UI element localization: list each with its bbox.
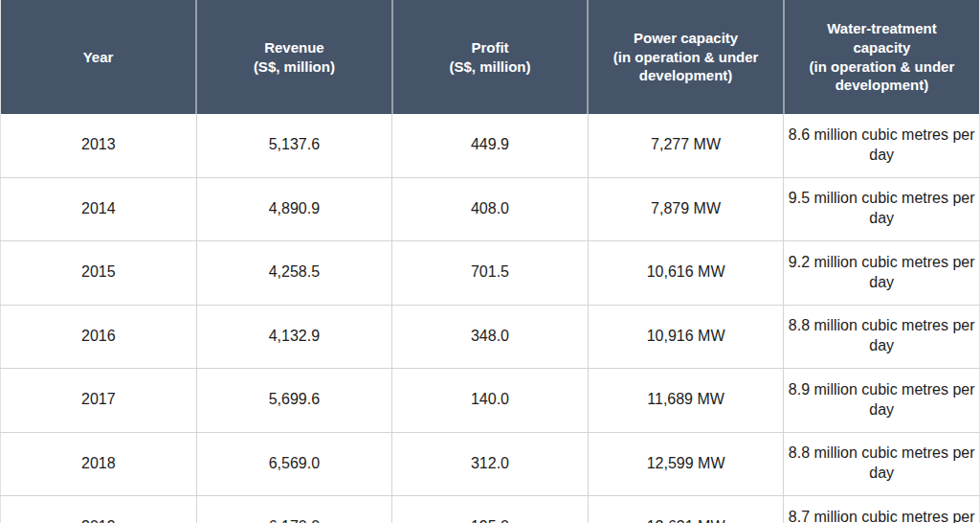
cell-revenue: 6,170.0	[196, 496, 392, 523]
cell-year: 2017	[1, 369, 197, 433]
cell-profit: 195.0	[392, 496, 589, 523]
cell-year: 2013	[1, 114, 197, 177]
column-header-revenue: Revenue (S$, million)	[196, 0, 392, 114]
cell-profit: 408.0	[392, 177, 589, 241]
table-row: 20186,569.0312.012,599 MW8.8 million cub…	[1, 432, 980, 496]
cell-revenue: 4,890.9	[196, 177, 392, 241]
cell-revenue: 4,132.9	[196, 305, 392, 369]
cell-power: 12,599 MW	[588, 432, 784, 496]
cell-profit: 140.0	[392, 369, 589, 433]
cell-profit: 701.5	[392, 241, 589, 306]
table-row: 20135,137.6449.97,277 MW8.6 million cubi…	[1, 114, 980, 177]
cell-water: 9.5 million cubic metres per day	[784, 177, 980, 241]
cell-power: 10,616 MW	[588, 241, 784, 306]
cell-power: 7,277 MW	[588, 114, 784, 177]
cell-profit: 449.9	[392, 114, 589, 177]
company-financials-table: Year Revenue (S$, million) Profit (S$, m…	[0, 0, 980, 523]
column-header-profit: Profit (S$, million)	[392, 0, 589, 114]
cell-power: 7,879 MW	[588, 177, 784, 241]
cell-water: 8.6 million cubic metres per day	[784, 114, 980, 177]
cell-year: 2019	[1, 496, 197, 523]
table-body: 20135,137.6449.97,277 MW8.6 million cubi…	[1, 114, 980, 523]
financial-table-container: Year Revenue (S$, million) Profit (S$, m…	[0, 0, 980, 523]
cell-revenue: 5,137.6	[196, 114, 392, 177]
cell-water: 9.2 million cubic metres per day	[784, 241, 980, 306]
table-row: 20154,258.5701.510,616 MW9.2 million cub…	[1, 241, 980, 306]
table-row: 20196,170.0195.012,631 MW8.7 million cub…	[1, 496, 980, 523]
table-row: 20175,699.6140.011,689 MW8.9 million cub…	[1, 369, 980, 433]
cell-water: 8.7 million cubic metres per day	[784, 496, 980, 523]
column-header-year: Year	[1, 0, 197, 114]
cell-power: 12,631 MW	[588, 496, 784, 523]
table-header: Year Revenue (S$, million) Profit (S$, m…	[1, 0, 980, 114]
cell-water: 8.9 million cubic metres per day	[784, 369, 980, 433]
cell-power: 10,916 MW	[588, 305, 784, 369]
table-row: 20144,890.9408.07,879 MW9.5 million cubi…	[1, 177, 980, 241]
cell-year: 2014	[1, 177, 197, 241]
cell-profit: 312.0	[392, 432, 589, 496]
cell-year: 2016	[1, 305, 197, 369]
header-row: Year Revenue (S$, million) Profit (S$, m…	[1, 0, 980, 114]
cell-water: 8.8 million cubic metres per day	[784, 432, 980, 496]
cell-water: 8.8 million cubic metres per day	[784, 305, 980, 369]
cell-revenue: 6,569.0	[196, 432, 392, 496]
cell-profit: 348.0	[392, 305, 589, 369]
table-row: 20164,132.9348.010,916 MW8.8 million cub…	[1, 305, 980, 369]
cell-year: 2018	[1, 432, 197, 496]
cell-revenue: 5,699.6	[196, 369, 392, 433]
column-header-power-capacity: Power capacity (in operation & under dev…	[588, 0, 784, 114]
cell-year: 2015	[1, 241, 197, 306]
column-header-water-treatment-capacity: Water-treatment capacity (in operation &…	[784, 0, 980, 114]
cell-power: 11,689 MW	[588, 369, 784, 433]
cell-revenue: 4,258.5	[196, 241, 392, 306]
